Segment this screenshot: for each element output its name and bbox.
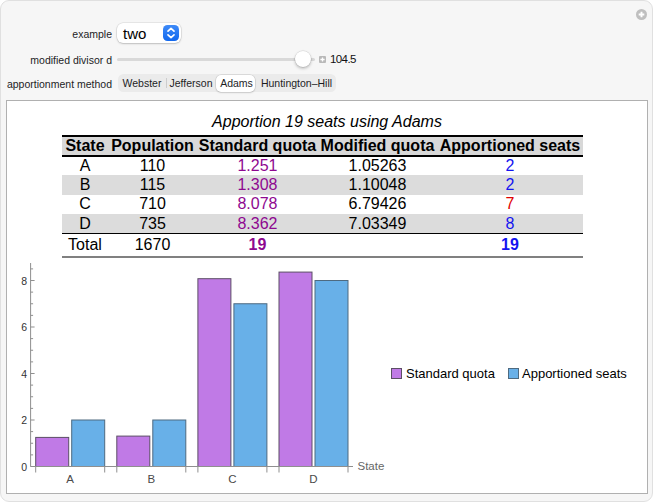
svg-text:State: State — [358, 460, 385, 472]
svg-text:B: B — [147, 473, 155, 485]
svg-text:C: C — [228, 473, 236, 485]
svg-text:A: A — [66, 473, 74, 485]
svg-text:6: 6 — [21, 321, 27, 333]
svg-text:D: D — [309, 473, 317, 485]
svg-text:2: 2 — [21, 414, 27, 426]
svg-text:0: 0 — [21, 461, 27, 473]
svg-text:4: 4 — [21, 368, 27, 380]
svg-text:8: 8 — [21, 275, 27, 287]
